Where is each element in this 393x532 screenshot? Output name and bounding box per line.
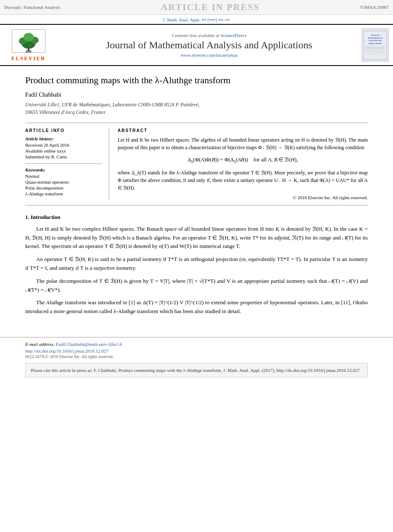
svg-point-5	[24, 33, 34, 41]
abstract-formula: Δλ(Φ(A)Φ(B)) = Φ(Δλ(AB)) for all A, B ∈ …	[118, 155, 368, 165]
intro-para2: An operator T ∈ ℬ(H, K) is said to be a …	[25, 255, 368, 273]
svg-rect-14	[365, 47, 385, 48]
keyword-quasinormal: Quasi-normal operators	[25, 179, 102, 184]
keyword-polar: Polar decomposition	[25, 185, 102, 190]
svg-rect-17	[365, 53, 385, 53]
sciencedirect-link[interactable]: ScienceDirect	[220, 33, 246, 38]
journal-cover-image: Journal of MATHEMATICAL ANALYSIS AND APP…	[361, 28, 389, 62]
article-in-press-label: ARTICLE IN PRESS	[161, 2, 259, 13]
author-affiliation: Université Lille1, UFR de Mathématiques,…	[25, 101, 368, 116]
keywords-block: Keywords: Normal Quasi-normal operators …	[25, 167, 102, 196]
doi-line[interactable]: http://dx.doi.org/10.1016/j.jmaa.2016.12…	[25, 348, 368, 353]
svg-rect-18	[365, 54, 379, 55]
section1-heading: 1. Introduction	[25, 214, 368, 221]
journal-url[interactable]: www.elsevier.com/locate/jmaa	[57, 53, 361, 58]
svg-rect-16	[365, 51, 385, 52]
elsevier-label: ELSEVIER	[11, 55, 46, 62]
article-info-abstract-section: ARTICLE INFO Article history: Received 2…	[25, 123, 368, 205]
yjmaa-label: YJMAA:20967	[360, 5, 389, 10]
svg-text:MATHEMATICAL: MATHEMATICAL	[367, 37, 382, 39]
elsevier-tree-icon	[10, 29, 47, 54]
author-email[interactable]: Fadil.Chabbabi@math.univ-lille1.fr	[56, 342, 122, 347]
article-info-panel: ARTICLE INFO Article history: Received 2…	[25, 128, 109, 200]
abstract-copyright: © 2016 Elsevier Inc. All rights reserved…	[118, 195, 368, 200]
main-content: Product commuting maps with the λ-Aluthg…	[0, 66, 393, 329]
svg-text:APPLICATIONS: APPLICATIONS	[369, 42, 382, 45]
svg-text:ANALYSIS AND: ANALYSIS AND	[369, 40, 382, 42]
intro-para3: The polar decomposition of T ∈ ℬ(H) is g…	[25, 277, 368, 295]
citation-note: Please cite this article in press as: F.…	[25, 363, 368, 378]
footer-area: E-mail address: Fadil.Chabbabi@math.univ…	[0, 337, 393, 359]
rights-line: 0022-247X/© 2016 Elsevier Inc. All right…	[25, 354, 368, 359]
keyword-normal: Normal	[25, 174, 102, 179]
svg-rect-15	[365, 49, 385, 50]
top-banner: Doctopic: Functional Analysis ARTICLE IN…	[0, 0, 393, 15]
journal-middle: Contents lists available at ScienceDirec…	[57, 33, 361, 58]
history-label: Article history:	[25, 136, 102, 141]
journal-logo: ELSEVIER	[4, 29, 53, 62]
doctopic-label: Doctopic: Functional Analysis	[4, 5, 61, 10]
citation-line: J. Math. Anal. Appl. ••• (••••) •••–•••	[0, 15, 393, 25]
available-online: Available online xxxx	[25, 148, 102, 153]
abstract-text: Let H and K be two Hilbert spaces. The a…	[118, 136, 368, 192]
journal-title: Journal of Mathematical Analysis and App…	[57, 40, 361, 51]
author-name: Fadil Chabbabi	[25, 92, 368, 98]
intro-para4: The Aluthge transform was introduced in …	[25, 298, 368, 316]
submitted-by: Submitted by R. Curto	[25, 154, 102, 159]
keyword-aluthge: λ-Aluthge transform	[25, 191, 102, 196]
paper-title: Product commuting maps with the λ-Aluthg…	[25, 74, 368, 87]
abstract-heading: ABSTRACT	[118, 128, 368, 133]
article-info-heading: ARTICLE INFO	[25, 128, 102, 133]
intro-para1: Let H and K be two complex Hilbert space…	[25, 225, 368, 251]
journal-header: ELSEVIER Contents lists available at Sci…	[0, 25, 393, 66]
contents-available: Contents lists available at ScienceDirec…	[57, 33, 361, 38]
email-footnote: E-mail address: Fadil.Chabbabi@math.univ…	[25, 342, 368, 347]
received-date: Received 20 April 2016	[25, 142, 102, 147]
svg-text:Journal of: Journal of	[371, 34, 380, 36]
journal-citation: J. Math. Anal. Appl. ••• (••••) •••–•••	[163, 17, 230, 22]
abstract-panel: ABSTRACT Let H and K be two Hilbert spac…	[118, 128, 368, 200]
article-history-block: Article history: Received 20 April 2016 …	[25, 136, 102, 164]
keywords-label: Keywords:	[25, 167, 102, 172]
email-label: E-mail address:	[25, 342, 55, 347]
